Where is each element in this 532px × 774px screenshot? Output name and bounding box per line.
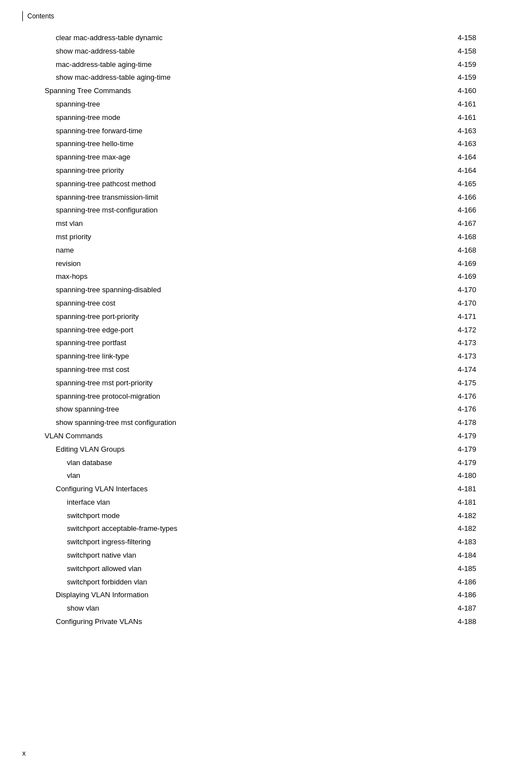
toc-entry-page: 4-170 xyxy=(443,284,476,296)
toc-row: switchport mode4-182 xyxy=(45,510,476,522)
toc-row: spanning-tree pathcost method4-165 xyxy=(45,178,476,190)
page-header: Contents xyxy=(22,11,499,21)
toc-row: show mac-address-table aging-time4-159 xyxy=(45,72,476,84)
toc-entry-text: spanning-tree cost xyxy=(45,298,443,309)
toc-entry-text: mac-address-table aging-time xyxy=(45,59,443,71)
toc-entry-text: spanning-tree spanning-disabled xyxy=(45,284,443,296)
toc-entry-page: 4-159 xyxy=(443,72,476,84)
toc-entry-text: spanning-tree mst port-priority xyxy=(45,378,443,389)
toc-row: interface vlan4-181 xyxy=(45,497,476,509)
toc-entry-page: 4-170 xyxy=(443,298,476,309)
toc-row: vlan database4-179 xyxy=(45,457,476,469)
toc-row: Configuring Private VLANs4-188 xyxy=(45,616,476,628)
toc-entry-text: show vlan xyxy=(45,603,443,615)
toc-entry-page: 4-174 xyxy=(443,364,476,376)
toc-entry-page: 4-185 xyxy=(443,563,476,575)
toc-row: switchport ingress-filtering4-183 xyxy=(45,536,476,548)
toc-entry-text: show mac-address-table xyxy=(45,46,443,57)
toc-row: spanning-tree port-priority4-171 xyxy=(45,311,476,323)
toc-entry-page: 4-168 xyxy=(443,231,476,243)
toc-entry-text: clear mac-address-table dynamic xyxy=(45,32,443,44)
toc-row: spanning-tree hello-time4-163 xyxy=(45,138,476,150)
toc-entry-text: spanning-tree portfast xyxy=(45,337,443,349)
toc-entry-page: 4-161 xyxy=(443,99,476,110)
toc-row: Spanning Tree Commands4-160 xyxy=(45,85,476,97)
toc-entry-page: 4-168 xyxy=(443,245,476,257)
toc-entry-text: spanning-tree transmission-limit xyxy=(45,192,443,204)
toc-row: name4-168 xyxy=(45,245,476,257)
toc-entry-page: 4-160 xyxy=(443,85,476,97)
toc-row: spanning-tree max-age4-164 xyxy=(45,152,476,163)
toc-entry-page: 4-165 xyxy=(443,178,476,190)
toc-entry-text: switchport acceptable-frame-types xyxy=(45,523,443,535)
toc-entry-text: VLAN Commands xyxy=(45,430,443,442)
toc-row: mst priority4-168 xyxy=(45,231,476,243)
toc-entry-page: 4-158 xyxy=(443,46,476,57)
toc-row: spanning-tree spanning-disabled4-170 xyxy=(45,284,476,296)
toc-entry-page: 4-161 xyxy=(443,112,476,124)
toc-entry-text: switchport ingress-filtering xyxy=(45,536,443,548)
toc-entry-text: switchport mode xyxy=(45,510,443,522)
toc-row: spanning-tree4-161 xyxy=(45,99,476,110)
toc-row: vlan4-180 xyxy=(45,470,476,482)
toc-entry-page: 4-164 xyxy=(443,152,476,163)
toc-row: spanning-tree protocol-migration4-176 xyxy=(45,391,476,403)
toc-entry-text: show mac-address-table aging-time xyxy=(45,72,443,84)
toc-entry-page: 4-176 xyxy=(443,391,476,403)
toc-entry-page: 4-180 xyxy=(443,470,476,482)
toc-row: Editing VLAN Groups4-179 xyxy=(45,444,476,456)
toc-row: clear mac-address-table dynamic4-158 xyxy=(45,32,476,44)
toc-row: spanning-tree link-type4-173 xyxy=(45,351,476,362)
toc-entry-text: switchport allowed vlan xyxy=(45,563,443,575)
toc-container: clear mac-address-table dynamic4-158show… xyxy=(22,32,499,628)
toc-entry-page: 4-173 xyxy=(443,337,476,349)
toc-entry-text: Configuring VLAN Interfaces xyxy=(45,483,443,495)
toc-row: revision4-169 xyxy=(45,258,476,270)
toc-entry-text: spanning-tree max-age xyxy=(45,152,443,163)
toc-row: Configuring VLAN Interfaces4-181 xyxy=(45,483,476,495)
toc-entry-page: 4-169 xyxy=(443,258,476,270)
toc-entry-page: 4-164 xyxy=(443,165,476,177)
toc-entry-page: 4-187 xyxy=(443,603,476,615)
toc-entry-page: 4-175 xyxy=(443,378,476,389)
toc-entry-page: 4-182 xyxy=(443,510,476,522)
toc-row: switchport forbidden vlan4-186 xyxy=(45,577,476,588)
toc-entry-text: max-hops xyxy=(45,271,443,283)
toc-entry-text: spanning-tree pathcost method xyxy=(45,178,443,190)
toc-entry-text: mst priority xyxy=(45,231,443,243)
toc-entry-page: 4-158 xyxy=(443,32,476,44)
toc-row: spanning-tree forward-time4-163 xyxy=(45,125,476,137)
toc-entry-text: name xyxy=(45,245,443,257)
toc-entry-text: interface vlan xyxy=(45,497,443,509)
toc-entry-page: 4-184 xyxy=(443,550,476,562)
toc-entry-text: Displaying VLAN Information xyxy=(45,589,443,601)
toc-entry-text: spanning-tree mode xyxy=(45,112,443,124)
toc-entry-page: 4-167 xyxy=(443,218,476,230)
toc-entry-page: 4-188 xyxy=(443,616,476,628)
toc-entry-text: mst vlan xyxy=(45,218,443,230)
toc-row: show spanning-tree mst configuration4-17… xyxy=(45,417,476,429)
toc-entry-text: spanning-tree protocol-migration xyxy=(45,391,443,403)
toc-entry-text: spanning-tree priority xyxy=(45,165,443,177)
contents-label: Contents xyxy=(22,11,59,21)
toc-entry-page: 4-163 xyxy=(443,138,476,150)
toc-entry-text: spanning-tree mst-configuration xyxy=(45,205,443,216)
toc-row: show spanning-tree4-176 xyxy=(45,404,476,415)
toc-entry-text: spanning-tree forward-time xyxy=(45,125,443,137)
toc-entry-page: 4-166 xyxy=(443,205,476,216)
toc-entry-page: 4-176 xyxy=(443,404,476,415)
toc-entry-text: spanning-tree xyxy=(45,99,443,110)
toc-entry-text: spanning-tree hello-time xyxy=(45,138,443,150)
toc-row: Displaying VLAN Information4-186 xyxy=(45,589,476,601)
toc-entry-page: 4-179 xyxy=(443,444,476,456)
toc-row: mst vlan4-167 xyxy=(45,218,476,230)
page-footer: x xyxy=(22,749,26,757)
toc-entry-text: vlan xyxy=(45,470,443,482)
toc-row: spanning-tree mst-configuration4-166 xyxy=(45,205,476,216)
toc-entry-text: switchport native vlan xyxy=(45,550,443,562)
toc-entry-text: spanning-tree mst cost xyxy=(45,364,443,376)
toc-row: mac-address-table aging-time4-159 xyxy=(45,59,476,71)
toc-entry-text: spanning-tree edge-port xyxy=(45,325,443,336)
toc-entry-text: spanning-tree link-type xyxy=(45,351,443,362)
toc-row: spanning-tree mode4-161 xyxy=(45,112,476,124)
